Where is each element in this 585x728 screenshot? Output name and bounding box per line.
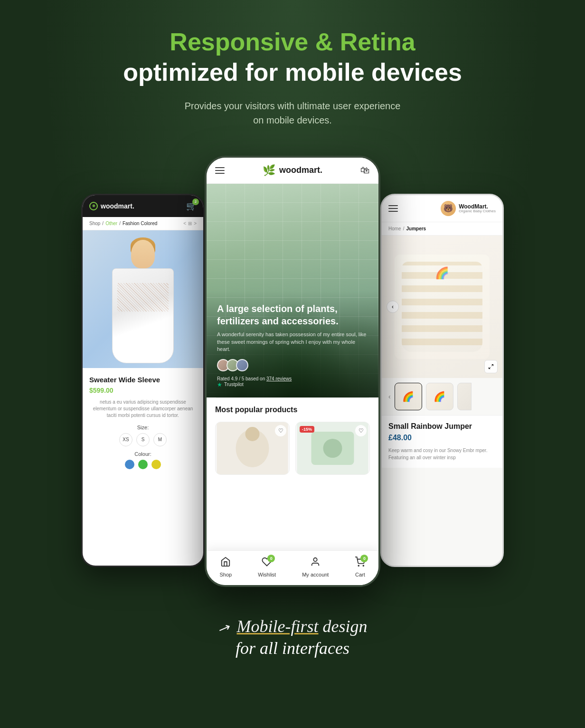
left-product-image: [83, 230, 203, 368]
thumbnail-1[interactable]: 🌈: [395, 383, 422, 410]
expand-icon[interactable]: [484, 360, 498, 373]
nav-my-account-label: My account: [302, 572, 329, 577]
colour-blue[interactable]: [125, 460, 134, 469]
fashion-figure: [105, 240, 181, 368]
svg-point-8: [363, 565, 364, 566]
phone-right: 🐻 WoodMart. Organic Baby Clothes Home / …: [380, 194, 504, 567]
hero-avatars: [217, 359, 368, 371]
nav-wishlist[interactable]: 0 Wishlist: [258, 557, 276, 577]
phone-left: ⊕ woodmart. 🛒 2 Shop / Other / Fashion C…: [81, 194, 205, 567]
svg-point-5: [323, 439, 342, 458]
nav-wishlist-label: Wishlist: [258, 572, 276, 577]
tagline-text: ↗ Mobile-first design for all interfaces: [218, 615, 368, 660]
colour-yellow[interactable]: [151, 460, 161, 469]
page-subtitle: Provides your visitors with ultimate use…: [123, 99, 462, 127]
bottom-nav: Shop 0 Wishlist: [207, 550, 378, 585]
hamburger-menu-icon[interactable]: [215, 167, 225, 174]
product-card-2[interactable]: -15% ♡: [295, 422, 370, 475]
svg-point-6: [314, 558, 317, 561]
left-breadcrumb: Shop / Other / Fashion Colored < ⊞ >: [83, 217, 203, 230]
wishlist-badge: 0: [267, 555, 275, 562]
size-s[interactable]: S: [136, 433, 150, 446]
arrow-icon: ↗: [216, 618, 231, 637]
phones-container: ⊕ woodmart. 🛒 2 Shop / Other / Fashion C…: [31, 156, 554, 587]
page-title-white: optimized for mobile devices: [123, 57, 462, 87]
hero-title: A large selection of plants, fertilizers…: [217, 303, 368, 327]
nav-shop[interactable]: Shop: [220, 557, 232, 577]
center-brand-logo: 🌿 woodmart.: [263, 164, 322, 177]
right-product-info: Small Rainbow Jumper £48.00 Keep warm an…: [382, 415, 502, 468]
trustpilot-label: Trustpilot: [224, 382, 244, 387]
product-card-1-image: ♡: [216, 422, 289, 474]
left-brand-logo: ⊕ woodmart.: [89, 202, 134, 210]
thumbnail-3-partial[interactable]: [457, 383, 472, 410]
nav-cart[interactable]: 0 Cart: [355, 557, 365, 577]
left-product-desc: netus a eu varius adipiscing suspendisse…: [89, 399, 197, 419]
nav-next-icon[interactable]: >: [194, 221, 197, 226]
left-logo-icon: ⊕: [89, 202, 98, 210]
page-title-green: Responsive & Retina: [123, 28, 462, 56]
product-card-2-image: -15% ♡: [296, 422, 369, 474]
cart-nav-icon: 0: [355, 557, 365, 570]
center-cart-icon[interactable]: 🛍: [360, 165, 370, 176]
right-product-prev-icon[interactable]: ‹: [387, 301, 399, 313]
right-product-image: 🌈 ‹: [382, 236, 502, 378]
cart-nav-badge: 0: [360, 555, 368, 562]
svg-point-2: [245, 427, 260, 441]
left-cart-badge: 2: [192, 199, 199, 205]
right-hamburger-icon[interactable]: [388, 205, 398, 212]
phone-center: 🌿 woodmart. 🛍 A large selection of plant…: [205, 156, 380, 587]
center-logo-emoji: 🌿: [263, 164, 275, 177]
colour-options: [89, 460, 197, 469]
bottom-tagline: ↗ Mobile-first design for all interfaces: [218, 615, 368, 660]
tagline-underline: Mobile-first: [237, 617, 319, 636]
left-cart-icon[interactable]: 🛒 2: [186, 201, 197, 211]
nav-grid-icon[interactable]: ⊞: [188, 221, 192, 226]
svg-point-7: [359, 565, 359, 566]
thumbnail-2[interactable]: 🌈: [426, 383, 453, 410]
right-brand-sub: Organic Baby Clothes: [459, 209, 496, 213]
size-options: XS S M: [89, 433, 197, 446]
product-card-1[interactable]: ♡: [215, 422, 290, 475]
wishlist-icon: 0: [262, 557, 272, 570]
nav-prev-icon[interactable]: <: [183, 221, 186, 226]
right-phone-header: 🐻 WoodMart. Organic Baby Clothes: [382, 195, 502, 222]
right-logo-bear: 🐻: [441, 201, 456, 216]
size-xs[interactable]: XS: [119, 433, 132, 446]
popular-section: Most popular products ♡: [207, 398, 378, 475]
right-breadcrumb: Home / Jumpers: [382, 222, 502, 236]
svg-line-10: [489, 367, 491, 369]
product-card-2-wishlist[interactable]: ♡: [355, 425, 367, 436]
rating-bar: Rated 4.9 / 5 based on 374 reviews: [217, 376, 368, 381]
thumb-prev-icon[interactable]: ‹: [388, 393, 391, 400]
product-cards-row: ♡ -15% ♡: [215, 422, 370, 475]
svg-line-9: [491, 364, 493, 366]
product-card-1-wishlist[interactable]: ♡: [275, 425, 286, 436]
colour-label: Colour:: [89, 451, 197, 457]
thumbnail-strip: ‹ 🌈 🌈: [382, 378, 502, 415]
nav-my-account[interactable]: My account: [302, 557, 329, 577]
hero-desc: A wonderful serenity has taken possessio…: [217, 331, 368, 353]
left-product-info: Sweater Wide Sleeve $599.00 netus a eu v…: [83, 368, 203, 469]
right-brand-name: WoodMart.: [459, 204, 496, 209]
tagline-part2: design: [318, 617, 367, 636]
center-phone-header: 🌿 woodmart. 🛍: [207, 158, 378, 184]
product-card-2-badge: -15%: [300, 426, 314, 433]
trustpilot-badge: ★ Trustpilot: [217, 381, 368, 388]
popular-title: Most popular products: [215, 406, 370, 414]
colour-green[interactable]: [138, 460, 148, 469]
tagline-line2: for all interfaces: [236, 639, 349, 658]
left-phone-header: ⊕ woodmart. 🛒 2: [83, 195, 203, 217]
right-product-price: £48.00: [388, 434, 496, 442]
center-brand-name: woodmart.: [279, 165, 322, 175]
right-product-name: Small Rainbow Jumper: [388, 422, 496, 431]
size-m[interactable]: M: [153, 433, 167, 446]
nav-shop-label: Shop: [220, 572, 232, 577]
nav-cart-label: Cart: [355, 572, 365, 577]
rating-text: Rated 4.9 / 5 based on 374 reviews: [217, 376, 292, 381]
center-hero-image: A large selection of plants, fertilizers…: [207, 184, 378, 397]
left-product-name: Sweater Wide Sleeve: [89, 376, 197, 384]
left-brand-name: woodmart.: [101, 202, 134, 210]
rating-link[interactable]: 374 reviews: [266, 376, 292, 381]
my-account-icon: [310, 557, 321, 570]
